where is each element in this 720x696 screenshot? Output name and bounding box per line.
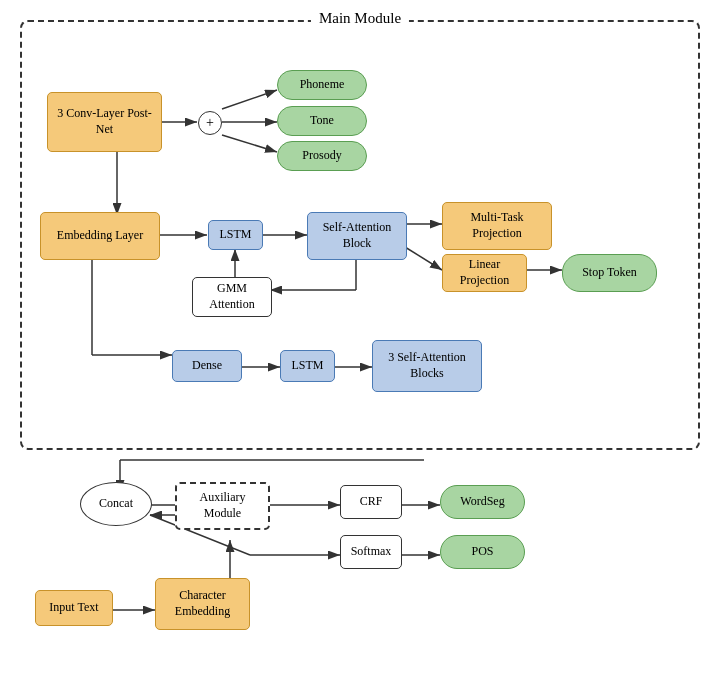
tone-node: Tone (277, 106, 367, 136)
crf-node: CRF (340, 485, 402, 519)
auxiliary-module-node: Auxiliary Module (175, 482, 270, 530)
pos-node: POS (440, 535, 525, 569)
char-embedding-node: Character Embedding (155, 578, 250, 630)
multi-task-projection-node: Multi-Task Projection (442, 202, 552, 250)
input-text-node: Input Text (35, 590, 113, 626)
main-module-label: Main Module (311, 10, 409, 27)
svg-line-9 (405, 247, 442, 270)
main-module-box: Main Module (20, 20, 700, 450)
outer-area: Concat Auxiliary Module CRF WordSeg Soft… (20, 460, 700, 680)
concat-node: Concat (80, 482, 152, 526)
dense-node: Dense (172, 350, 242, 382)
self-attention-blocks3-node: 3 Self-Attention Blocks (372, 340, 482, 392)
self-attention-block-node: Self-Attention Block (307, 212, 407, 260)
softmax-node: Softmax (340, 535, 402, 569)
prosody-node: Prosody (277, 141, 367, 171)
diagram-container: Main Module (20, 20, 700, 696)
embedding-layer-node: Embedding Layer (40, 212, 160, 260)
plus-node: + (198, 111, 222, 135)
wordseg-node: WordSeg (440, 485, 525, 519)
lstm1-node: LSTM (208, 220, 263, 250)
svg-line-5 (222, 135, 277, 152)
svg-line-3 (222, 90, 277, 109)
gmm-attention-node: GMM Attention (192, 277, 272, 317)
conv-net-node: 3 Conv-Layer Post-Net (47, 92, 162, 152)
phoneme-node: Phoneme (277, 70, 367, 100)
stop-token-node: Stop Token (562, 254, 657, 292)
lstm2-node: LSTM (280, 350, 335, 382)
linear-projection-node: Linear Projection (442, 254, 527, 292)
